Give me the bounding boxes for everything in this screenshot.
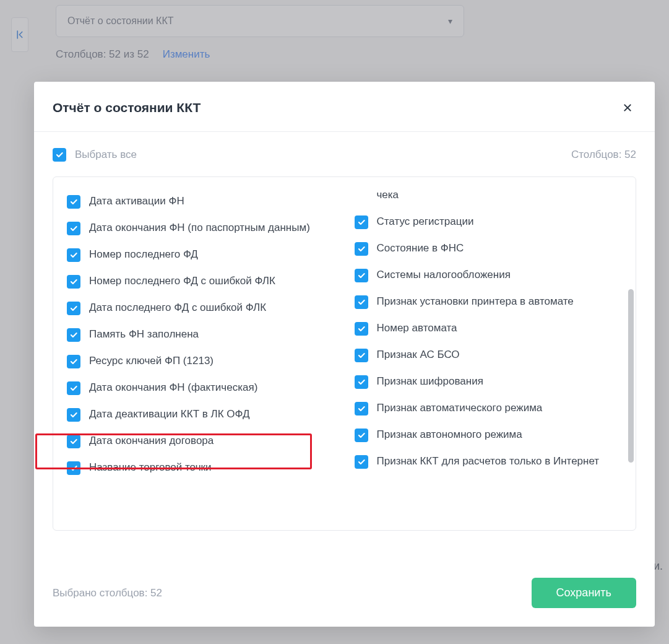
columns-total-label: Столбцов: 52 <box>571 149 636 161</box>
column-option[interactable]: Дата окончания ФН (по паспортным данным) <box>67 215 337 242</box>
checkbox-checked-icon <box>355 322 368 336</box>
column-option-label: Признак АС БСО <box>377 348 460 362</box>
checkbox-checked-icon <box>355 269 368 282</box>
checkbox-checked-icon <box>67 195 80 209</box>
column-option[interactable]: Состояние в ФНС <box>355 235 625 262</box>
column-option-label: Признак автоматического режима <box>377 401 543 416</box>
checkbox-checked-icon <box>355 242 368 256</box>
column-picker-modal: Отчёт о состоянии ККТ Выбрать все Столбц… <box>34 82 655 627</box>
column-option-label: Дата окончания ФН (фактическая) <box>89 381 257 395</box>
column-option[interactable]: Номер последнего ФД <box>67 242 337 268</box>
column-option[interactable]: Системы налогообложения <box>355 262 625 289</box>
checkbox-checked-icon <box>355 295 368 309</box>
checkbox-checked-icon <box>67 248 80 262</box>
checkbox-checked-icon <box>355 455 368 469</box>
column-option-label: Дата активации ФН <box>89 194 184 209</box>
checkbox-checked-icon <box>67 222 80 235</box>
checkbox-checked-icon <box>67 302 80 315</box>
column-option-label: Признак ККТ для расчетов только в Интерн… <box>377 455 600 469</box>
checkbox-checked-icon <box>67 435 80 448</box>
checkbox-checked-icon <box>355 215 368 229</box>
checkbox-checked-icon <box>53 148 66 162</box>
column-option[interactable]: Дата окончания договора <box>67 428 337 455</box>
column-option[interactable]: Признак установки принтера в автомате <box>355 289 625 315</box>
column-option-label: Номер автомата <box>377 321 457 336</box>
select-all-label: Выбрать все <box>75 149 137 161</box>
checkbox-checked-icon <box>67 461 80 475</box>
scrollbar[interactable] <box>628 181 634 526</box>
column-option-label: Ресурс ключей ФП (1213) <box>89 354 214 368</box>
column-option-label: Дата окончания договора <box>89 434 214 448</box>
columns-left: Дата активации ФНДата окончания ФН (по п… <box>67 188 337 530</box>
column-option-label: Память ФН заполнена <box>89 328 199 342</box>
close-button[interactable] <box>619 99 636 116</box>
column-option[interactable]: Дата последнего ФД с ошибкой ФЛК <box>67 295 337 321</box>
modal-footer: Выбрано столбцов: 52 Сохранить <box>34 560 655 627</box>
column-option[interactable]: Ресурс ключей ФП (1213) <box>67 348 337 375</box>
column-option-label: Название торговой точки <box>89 461 211 475</box>
checkbox-checked-icon <box>355 429 368 442</box>
column-option-label: Состояние в ФНС <box>377 242 464 256</box>
column-option-label: Системы налогообложения <box>377 268 511 282</box>
columns-scroll-area[interactable]: Дата активации ФНДата окончания ФН (по п… <box>53 177 636 530</box>
column-option[interactable]: Память ФН заполнена <box>67 321 337 348</box>
selected-columns-count: Выбрано столбцов: 52 <box>53 587 162 599</box>
column-option[interactable]: Статус регистрации <box>355 209 625 235</box>
checkbox-checked-icon <box>67 408 80 422</box>
column-option-label: чека <box>377 188 399 202</box>
column-option-label: Признак шифрования <box>377 375 483 389</box>
checkbox-checked-icon <box>67 328 80 342</box>
column-option-label: Дата последнего ФД с ошибкой ФЛК <box>89 301 266 315</box>
modal-title: Отчёт о состоянии ККТ <box>53 100 201 115</box>
modal-header: Отчёт о состоянии ККТ <box>34 82 655 132</box>
column-option-label: Номер последнего ФД с ошибкой ФЛК <box>89 274 275 289</box>
column-option[interactable]: Дата окончания ФН (фактическая) <box>67 375 337 401</box>
checkbox-checked-icon <box>355 349 368 362</box>
column-option-label: Признак автономного режима <box>377 428 522 442</box>
save-button[interactable]: Сохранить <box>532 578 636 608</box>
checkbox-checked-icon <box>67 381 80 395</box>
checkbox-checked-icon <box>67 275 80 289</box>
column-option[interactable]: Номер автомата <box>355 315 625 342</box>
checkbox-checked-icon <box>355 402 368 416</box>
modal-toolbar: Выбрать все Столбцов: 52 <box>34 132 655 176</box>
column-option[interactable]: Дата активации ФН <box>67 188 337 215</box>
columns-right: чекаСтатус регистрацииСостояние в ФНССис… <box>355 188 625 530</box>
column-option-label: Признак установки принтера в автомате <box>377 295 574 309</box>
column-option[interactable]: Признак автономного режима <box>355 422 625 448</box>
select-all-checkbox[interactable]: Выбрать все <box>53 148 137 162</box>
checkbox-checked-icon <box>355 375 368 389</box>
column-option[interactable]: Номер последнего ФД с ошибкой ФЛК <box>67 268 337 295</box>
column-option-continuation: чека <box>355 188 625 209</box>
column-option-label: Дата окончания ФН (по паспортным данным) <box>89 221 310 235</box>
column-option[interactable]: Признак шифрования <box>355 368 625 395</box>
column-option[interactable]: Признак ККТ для расчетов только в Интерн… <box>355 448 625 475</box>
column-option[interactable]: Признак АС БСО <box>355 342 625 368</box>
column-option[interactable]: Дата деактивации ККТ в ЛК ОФД <box>67 401 337 428</box>
column-option-label: Статус регистрации <box>377 215 474 229</box>
columns-list-container: Дата активации ФНДата окончания ФН (по п… <box>53 176 636 531</box>
column-option[interactable]: Название торговой точки <box>67 455 337 481</box>
scrollbar-thumb[interactable] <box>628 289 634 463</box>
column-option-label: Дата деактивации ККТ в ЛК ОФД <box>89 407 249 422</box>
column-option[interactable]: Признак автоматического режима <box>355 395 625 422</box>
column-option-label: Номер последнего ФД <box>89 248 198 262</box>
checkbox-checked-icon <box>67 355 80 368</box>
close-icon <box>623 103 632 113</box>
